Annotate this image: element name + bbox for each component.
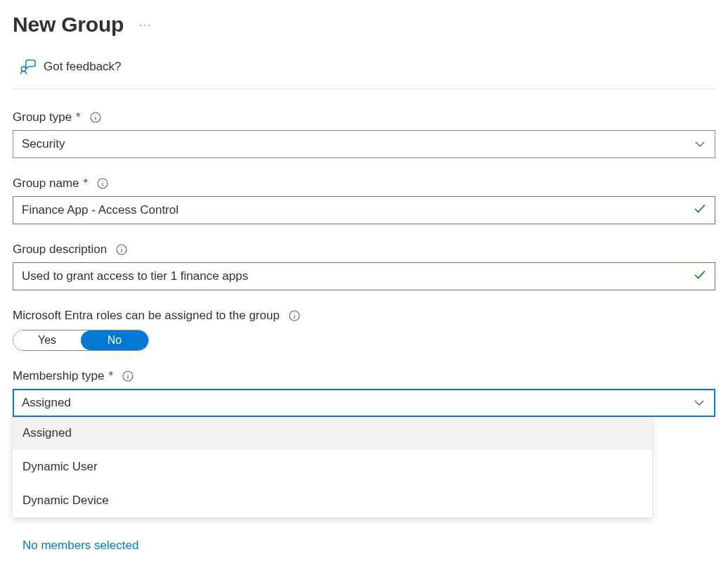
checkmark-icon — [694, 202, 706, 219]
members-none-selected-link[interactable]: No members selected — [13, 518, 715, 553]
feedback-label: Got feedback? — [44, 60, 122, 74]
roles-assignable-label: Microsoft Entra roles can be assigned to… — [13, 309, 280, 323]
more-actions-button[interactable]: ··· — [135, 16, 156, 33]
group-type-value: Security — [22, 137, 65, 151]
svg-point-6 — [103, 181, 103, 181]
svg-point-15 — [127, 373, 128, 374]
required-star-icon: * — [76, 110, 81, 124]
group-name-value: Finance App - Access Control — [22, 203, 178, 217]
group-name-input[interactable]: Finance App - Access Control — [13, 196, 715, 224]
group-type-select[interactable]: Security — [13, 130, 715, 158]
svg-point-3 — [95, 115, 96, 115]
svg-point-12 — [294, 313, 294, 314]
chevron-down-icon — [694, 396, 704, 410]
membership-type-select[interactable]: Assigned — [13, 389, 715, 417]
info-icon[interactable] — [96, 177, 109, 190]
membership-type-option-dynamic-user[interactable]: Dynamic User — [13, 450, 652, 484]
feedback-link[interactable]: Got feedback? — [13, 37, 715, 87]
group-type-label: Group type — [13, 110, 72, 124]
group-description-label: Group description — [13, 243, 107, 257]
required-star-icon: * — [84, 176, 89, 191]
membership-type-label: Membership type — [13, 369, 104, 383]
svg-point-9 — [122, 247, 122, 248]
checkmark-icon — [694, 269, 706, 285]
roles-assignable-toggle[interactable]: Yes No — [13, 330, 149, 351]
feedback-icon — [20, 59, 37, 75]
chevron-down-icon — [695, 137, 705, 151]
membership-type-dropdown: Assigned Dynamic User Dynamic Device — [13, 416, 652, 518]
svg-point-0 — [21, 67, 25, 71]
toggle-yes[interactable]: Yes — [13, 330, 81, 350]
required-star-icon: * — [108, 369, 113, 383]
info-icon[interactable] — [122, 370, 134, 382]
info-icon[interactable] — [115, 243, 128, 256]
group-description-input[interactable]: Used to grant access to tier 1 finance a… — [13, 262, 715, 290]
info-icon[interactable] — [288, 309, 301, 322]
group-name-label: Group name — [13, 176, 79, 191]
toggle-no[interactable]: No — [81, 330, 148, 350]
page-title: New Group — [13, 13, 124, 37]
membership-type-option-dynamic-device[interactable]: Dynamic Device — [13, 484, 652, 518]
membership-type-value: Assigned — [22, 396, 71, 410]
membership-type-option-assigned[interactable]: Assigned — [13, 416, 652, 450]
info-icon[interactable] — [89, 111, 102, 124]
group-description-value: Used to grant access to tier 1 finance a… — [22, 269, 248, 283]
